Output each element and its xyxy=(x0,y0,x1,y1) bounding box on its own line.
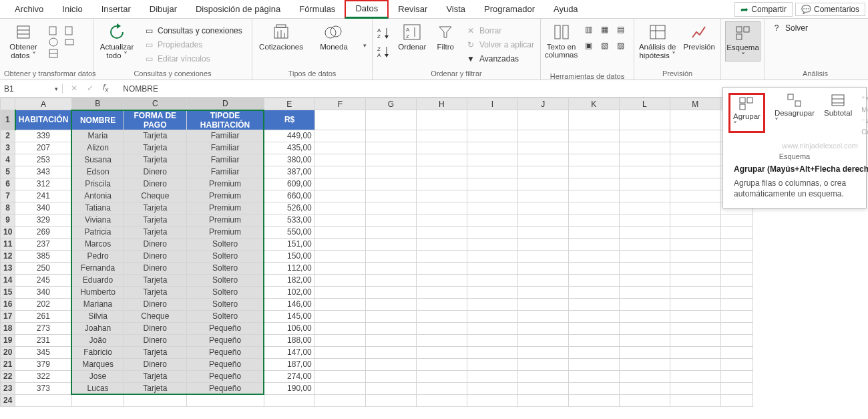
cell[interactable]: Dinero xyxy=(124,178,186,190)
cell[interactable] xyxy=(314,310,365,322)
cell[interactable]: Familiar xyxy=(186,130,264,142)
cell[interactable] xyxy=(517,190,568,202)
cell[interactable] xyxy=(314,358,365,370)
cell[interactable] xyxy=(314,130,365,142)
col-header-J[interactable]: J xyxy=(517,98,568,110)
cell[interactable] xyxy=(517,298,568,310)
cell[interactable] xyxy=(670,130,720,142)
header-cell[interactable]: HABITACIÓN xyxy=(15,110,71,130)
cell[interactable]: Edson xyxy=(71,166,124,178)
cell[interactable] xyxy=(517,310,568,322)
cell[interactable] xyxy=(517,178,568,190)
cell[interactable] xyxy=(670,202,720,214)
cell[interactable] xyxy=(365,358,416,370)
header-cell[interactable]: TIPODE HABITACIÓN xyxy=(186,110,264,130)
cell[interactable]: Eduardo xyxy=(71,274,124,286)
cell[interactable] xyxy=(619,130,670,142)
cell[interactable]: Soltero xyxy=(186,238,264,250)
cell[interactable] xyxy=(517,274,568,286)
cell[interactable] xyxy=(670,190,720,202)
cell[interactable]: Silvia xyxy=(71,310,124,322)
row-header-3[interactable]: 3 xyxy=(1,142,15,154)
col-header-B[interactable]: B xyxy=(71,98,124,110)
cell[interactable] xyxy=(670,274,720,286)
cell[interactable] xyxy=(619,262,670,274)
cell[interactable]: Mariana xyxy=(71,298,124,310)
existing-icon[interactable] xyxy=(64,37,75,47)
remove-dup-icon[interactable]: ▦ xyxy=(599,24,610,35)
cell[interactable] xyxy=(670,166,720,178)
cell[interactable] xyxy=(467,154,517,166)
cell[interactable]: 533,00 xyxy=(264,214,314,226)
cell[interactable] xyxy=(517,322,568,334)
cell[interactable] xyxy=(670,178,720,190)
cell[interactable] xyxy=(365,178,416,190)
cell[interactable]: Alizon xyxy=(71,142,124,154)
cell[interactable] xyxy=(619,238,670,250)
cell[interactable] xyxy=(619,178,670,190)
cell[interactable]: Tarjeta xyxy=(124,274,186,286)
cell[interactable]: 207 xyxy=(15,142,71,154)
cell[interactable] xyxy=(720,262,752,274)
from-file-icon[interactable] xyxy=(48,25,59,36)
cell[interactable]: 269 xyxy=(15,226,71,238)
row-header-17[interactable]: 17 xyxy=(1,310,15,322)
cell[interactable]: 145,00 xyxy=(264,310,314,322)
tab-ayuda[interactable]: Ayuda xyxy=(544,0,588,19)
cell[interactable]: Tarjeta xyxy=(124,154,186,166)
queries-connections[interactable]: ▭Consultas y conexiones xyxy=(142,24,244,37)
cell[interactable] xyxy=(416,130,467,142)
cell[interactable] xyxy=(517,142,568,154)
solver-button[interactable]: ?Solver xyxy=(769,21,810,35)
cell[interactable] xyxy=(619,286,670,298)
cell[interactable] xyxy=(619,382,670,394)
cell[interactable] xyxy=(314,202,365,214)
cell[interactable] xyxy=(467,142,517,154)
cell[interactable] xyxy=(314,346,365,358)
cell[interactable]: Dinero xyxy=(124,322,186,334)
cell[interactable]: Viviana xyxy=(71,214,124,226)
cell[interactable] xyxy=(467,110,517,130)
cell[interactable] xyxy=(720,310,752,322)
cell[interactable]: Pequeño xyxy=(186,346,264,358)
cell[interactable] xyxy=(416,142,467,154)
cell[interactable] xyxy=(416,214,467,226)
row-header-18[interactable]: 18 xyxy=(1,322,15,334)
tab-revisar[interactable]: Revisar xyxy=(389,0,437,19)
cell[interactable] xyxy=(517,382,568,394)
cell[interactable]: Patricia xyxy=(71,226,124,238)
cell[interactable] xyxy=(314,214,365,226)
fx-icon[interactable]: fx xyxy=(103,83,108,94)
cell[interactable]: 345 xyxy=(15,346,71,358)
cell[interactable]: Soltero xyxy=(186,310,264,322)
cell[interactable] xyxy=(720,346,752,358)
cell[interactable] xyxy=(720,394,752,406)
cell[interactable] xyxy=(517,250,568,262)
cell[interactable]: 274,00 xyxy=(264,370,314,382)
cell[interactable] xyxy=(365,382,416,394)
cell[interactable] xyxy=(467,262,517,274)
cell[interactable] xyxy=(568,226,619,238)
cell[interactable]: Marques xyxy=(71,358,124,370)
cell[interactable] xyxy=(517,154,568,166)
advanced-filter[interactable]: ▼Avanzadas xyxy=(463,52,536,65)
cell[interactable] xyxy=(619,202,670,214)
cell[interactable] xyxy=(568,274,619,286)
cell[interactable] xyxy=(416,110,467,130)
comments-button[interactable]: 💬Comentarios xyxy=(795,3,865,16)
cell[interactable]: Priscila xyxy=(71,178,124,190)
cell[interactable] xyxy=(619,226,670,238)
row-header-13[interactable]: 13 xyxy=(1,262,15,274)
text-to-columns[interactable]: Texto en columnas xyxy=(545,21,578,59)
cell[interactable]: Premium xyxy=(186,190,264,202)
cell[interactable] xyxy=(467,382,517,394)
cell[interactable] xyxy=(467,202,517,214)
cell[interactable] xyxy=(314,394,365,406)
cell[interactable] xyxy=(619,154,670,166)
tab-disposición-de-página[interactable]: Disposición de página xyxy=(186,0,290,19)
cell[interactable] xyxy=(467,286,517,298)
cell[interactable]: Soltero xyxy=(186,298,264,310)
cell[interactable]: 188,00 xyxy=(264,334,314,346)
tab-archivo[interactable]: Archivo xyxy=(5,0,53,19)
cell[interactable] xyxy=(670,238,720,250)
